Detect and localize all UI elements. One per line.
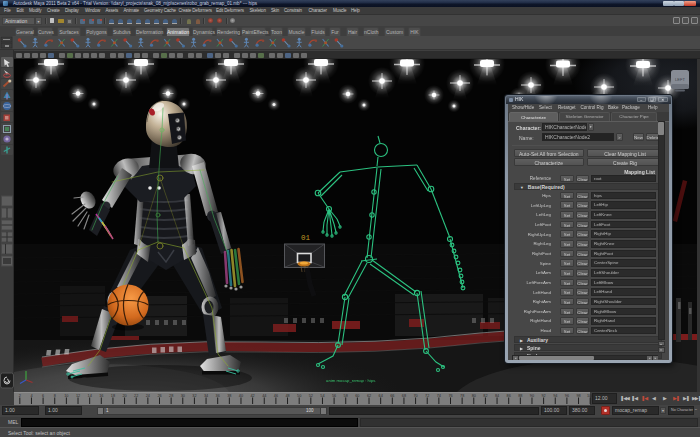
svg-text:58: 58 — [344, 394, 348, 398]
svg-text:38: 38 — [227, 394, 231, 398]
svg-text:70: 70 — [413, 394, 417, 398]
svg-text:94: 94 — [553, 394, 557, 398]
svg-text:8: 8 — [54, 394, 56, 398]
svg-text:90: 90 — [530, 394, 534, 398]
svg-text:2: 2 — [19, 394, 21, 398]
svg-text:82: 82 — [483, 394, 487, 398]
svg-text:16: 16 — [99, 394, 103, 398]
svg-text:88: 88 — [518, 394, 522, 398]
svg-text:anim mocap_remap : hips: anim mocap_remap : hips — [326, 378, 375, 383]
svg-text:78: 78 — [460, 394, 464, 398]
svg-text:32: 32 — [192, 394, 196, 398]
svg-text:01: 01 — [301, 234, 311, 242]
svg-text:56: 56 — [332, 394, 336, 398]
svg-text:10: 10 — [64, 394, 68, 398]
svg-text:72: 72 — [425, 394, 429, 398]
svg-text:14: 14 — [88, 394, 92, 398]
svg-text:20: 20 — [122, 394, 126, 398]
svg-text:44: 44 — [262, 394, 266, 398]
svg-text:48: 48 — [285, 394, 289, 398]
svg-text:74: 74 — [437, 394, 441, 398]
svg-text:46: 46 — [274, 394, 278, 398]
svg-text:34: 34 — [204, 394, 208, 398]
svg-text:84: 84 — [495, 394, 499, 398]
svg-text:92: 92 — [542, 394, 546, 398]
svg-text:62: 62 — [367, 394, 371, 398]
svg-text:50: 50 — [297, 394, 301, 398]
svg-text:80: 80 — [472, 394, 476, 398]
svg-text:60: 60 — [355, 394, 359, 398]
svg-text:42: 42 — [251, 394, 255, 398]
svg-text:24: 24 — [146, 394, 150, 398]
svg-text:LEFT: LEFT — [675, 77, 685, 82]
svg-text:22: 22 — [134, 394, 138, 398]
svg-text:66: 66 — [390, 394, 394, 398]
svg-text:64: 64 — [379, 394, 383, 398]
svg-text:18: 18 — [111, 394, 115, 398]
svg-text:98: 98 — [576, 394, 580, 398]
svg-text:40: 40 — [239, 394, 243, 398]
svg-text:4: 4 — [30, 394, 32, 398]
svg-text:36: 36 — [216, 394, 220, 398]
svg-text:76: 76 — [448, 394, 452, 398]
svg-text:6: 6 — [42, 394, 44, 398]
svg-text:52: 52 — [309, 394, 313, 398]
svg-text:26: 26 — [157, 394, 161, 398]
svg-text:54: 54 — [320, 394, 324, 398]
svg-text:96: 96 — [565, 394, 569, 398]
svg-text:12: 12 — [76, 394, 80, 398]
svg-text:28: 28 — [169, 394, 173, 398]
svg-text:86: 86 — [507, 394, 511, 398]
svg-text:68: 68 — [402, 394, 406, 398]
svg-text:30: 30 — [181, 394, 185, 398]
